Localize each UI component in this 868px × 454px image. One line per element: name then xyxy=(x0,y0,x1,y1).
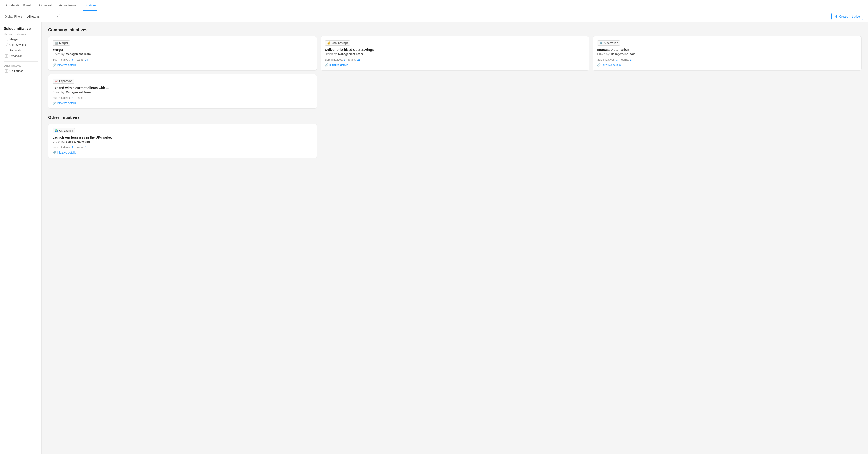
sidebar-item-cost-savings[interactable]: □ Cost Savings xyxy=(4,42,38,47)
details-link-icon-2: 🔗 xyxy=(325,63,329,67)
tab-initiatives[interactable]: Initiatives xyxy=(83,0,97,11)
filter-left: Global Filters All teams Management Team… xyxy=(5,14,60,20)
card-cost-savings-meta: Sub-initiatives: 2 Teams: 21 xyxy=(325,58,585,61)
sidebar-item-automation[interactable]: □ Automation xyxy=(4,48,38,53)
content-area: Company initiatives 🏢 Merger Merger Driv… xyxy=(42,22,868,454)
sidebar-item-uk-launch[interactable]: □ UK Launch xyxy=(4,68,38,73)
card-expansion-meta: Sub-initiatives: 7 Teams: 21 xyxy=(53,96,312,99)
card-cost-savings-details-link[interactable]: 🔗 Initiative details xyxy=(325,63,348,67)
card-uk-launch-badge: 🌍 UK Launch xyxy=(53,128,75,133)
card-automation-driven-by: Management Team xyxy=(611,53,636,56)
card-uk-launch-details-link[interactable]: 🔗 Initiative details xyxy=(53,151,76,154)
card-expansion-sub-count[interactable]: 7 xyxy=(71,96,73,99)
sidebar-item-merger[interactable]: □ Merger xyxy=(4,37,38,42)
card-uk-launch-badge-icon: 🌍 xyxy=(55,129,58,132)
card-expansion-name: Expand within current clients with ... xyxy=(53,86,312,90)
create-initiative-button[interactable]: ⊕ Create initiative xyxy=(831,13,863,20)
card-automation-sub-count[interactable]: 3 xyxy=(616,58,618,61)
card-expansion-badge: 📈 Expansion xyxy=(53,78,74,84)
sidebar-item-expansion-label: Expansion xyxy=(9,54,23,58)
card-cost-savings-badge: 💰 Cost Savings xyxy=(325,40,350,45)
sidebar-item-merger-label: Merger xyxy=(9,38,18,41)
card-merger-driven: Driven by: Management Team xyxy=(53,53,312,56)
card-uk-launch-sub-count[interactable]: 3 xyxy=(71,146,73,149)
card-cost-savings-badge-label: Cost Savings xyxy=(332,41,348,45)
company-initiatives-grid: 🏢 Merger Merger Driven by: Management Te… xyxy=(48,36,862,109)
nav-tabs: Acceleration Board Alignment Active team… xyxy=(5,0,97,11)
team-filter-select[interactable]: All teams Management Team Sales & Market… xyxy=(25,14,60,20)
card-merger-details-link[interactable]: 🔗 Initiative details xyxy=(53,63,76,67)
top-nav: Acceleration Board Alignment Active team… xyxy=(0,0,868,11)
card-cost-savings-badge-icon: 💰 xyxy=(327,41,331,45)
sidebar-other-items: □ UK Launch xyxy=(4,68,38,73)
card-cost-savings-teams-count[interactable]: 21 xyxy=(358,58,361,61)
details-link-icon-4: 🔗 xyxy=(53,101,56,105)
card-cost-savings-sub-count[interactable]: 2 xyxy=(344,58,345,61)
tab-acceleration-board[interactable]: Acceleration Board xyxy=(5,0,32,11)
main-content: Select initiative Company initiatives □ … xyxy=(0,22,868,454)
other-initiatives-title: Other initiatives xyxy=(48,115,862,120)
card-merger-badge: 🏢 Merger xyxy=(53,40,70,45)
card-cost-savings[interactable]: 💰 Cost Savings Deliver prioritized Cost … xyxy=(320,36,589,70)
card-automation-details-link[interactable]: 🔗 Initiative details xyxy=(597,63,621,67)
tab-alignment[interactable]: Alignment xyxy=(37,0,53,11)
global-filters-label: Global Filters xyxy=(5,15,23,18)
company-initiatives-title: Company initiatives xyxy=(48,28,862,32)
app-container: Acceleration Board Alignment Active team… xyxy=(0,0,868,454)
team-filter-wrapper: All teams Management Team Sales & Market… xyxy=(25,14,60,20)
card-uk-launch-teams-count[interactable]: 6 xyxy=(85,146,87,149)
card-expansion-details-label: Initiative details xyxy=(57,101,76,105)
card-merger-sub-count[interactable]: 5 xyxy=(71,58,73,61)
sidebar-divider xyxy=(4,61,38,62)
card-merger-meta: Sub-initiatives: 5 Teams: 20 xyxy=(53,58,312,61)
sidebar-other-label: Other initiatives xyxy=(4,64,38,67)
card-automation[interactable]: ⚙️ Automation Increase Automation Driven… xyxy=(593,36,862,70)
card-expansion-details-link[interactable]: 🔗 Initiative details xyxy=(53,101,76,105)
card-merger-badge-icon: 🏢 xyxy=(55,41,58,45)
sidebar-company-items: □ Merger □ Cost Savings □ Automation □ E… xyxy=(4,37,38,59)
card-cost-savings-driven: Driven by: Management Team xyxy=(325,53,585,56)
card-merger-name: Merger xyxy=(53,48,312,52)
card-automation-details-label: Initiative details xyxy=(601,63,621,67)
sidebar-item-automation-label: Automation xyxy=(9,49,24,52)
card-expansion-driven: Driven by: Management Team xyxy=(53,91,312,94)
card-merger[interactable]: 🏢 Merger Merger Driven by: Management Te… xyxy=(48,36,317,70)
sidebar-item-merger-icon: □ xyxy=(5,38,8,41)
card-automation-teams-count[interactable]: 27 xyxy=(629,58,632,61)
card-uk-launch[interactable]: 🌍 UK Launch Launch our business in the U… xyxy=(48,124,317,158)
details-link-icon-5: 🔗 xyxy=(53,151,56,154)
sidebar-item-uk-launch-label: UK Launch xyxy=(9,69,23,73)
card-uk-launch-meta: Sub-initiatives: 3 Teams: 6 xyxy=(53,146,312,149)
card-cost-savings-details-label: Initiative details xyxy=(330,63,348,67)
tab-active-teams[interactable]: Active teams xyxy=(58,0,77,11)
sidebar-item-cost-savings-label: Cost Savings xyxy=(9,43,26,46)
sidebar-item-uk-launch-icon: □ xyxy=(5,69,8,73)
card-cost-savings-driven-by: Management Team xyxy=(338,53,363,56)
sidebar-item-automation-icon: □ xyxy=(5,49,8,52)
details-link-icon: 🔗 xyxy=(53,63,56,67)
details-link-icon-3: 🔗 xyxy=(597,63,601,67)
sidebar-item-expansion[interactable]: □ Expansion xyxy=(4,54,38,59)
card-automation-meta: Sub-initiatives: 3 Teams: 27 xyxy=(597,58,857,61)
create-button-label: Create initiative xyxy=(839,15,860,18)
card-merger-teams-count[interactable]: 20 xyxy=(85,58,88,61)
filter-bar: Global Filters All teams Management Team… xyxy=(0,11,868,22)
sidebar-item-expansion-icon: □ xyxy=(5,54,8,58)
card-automation-badge: ⚙️ Automation xyxy=(597,40,620,45)
sidebar-item-cost-savings-icon: □ xyxy=(5,43,8,46)
card-merger-badge-label: Merger xyxy=(59,41,68,45)
card-uk-launch-driven: Driven by: Sales & Marketing xyxy=(53,140,312,143)
other-initiatives-grid: 🌍 UK Launch Launch our business in the U… xyxy=(48,124,862,158)
card-uk-launch-driven-by: Sales & Marketing xyxy=(66,140,90,143)
sidebar-title: Select initiative xyxy=(4,27,38,31)
card-uk-launch-name: Launch our business in the UK-marke... xyxy=(53,135,312,139)
card-expansion-teams-count[interactable]: 21 xyxy=(85,96,88,99)
card-cost-savings-name: Deliver prioritized Cost Savings xyxy=(325,48,585,52)
card-automation-badge-label: Automation xyxy=(604,41,618,45)
card-expansion[interactable]: 📈 Expansion Expand within current client… xyxy=(48,74,317,109)
card-uk-launch-badge-label: UK Launch xyxy=(59,129,73,132)
card-automation-driven: Driven by: Management Team xyxy=(597,53,857,56)
card-expansion-driven-by: Management Team xyxy=(66,91,91,94)
card-expansion-badge-icon: 📈 xyxy=(55,79,58,83)
card-expansion-badge-label: Expansion xyxy=(59,79,72,83)
